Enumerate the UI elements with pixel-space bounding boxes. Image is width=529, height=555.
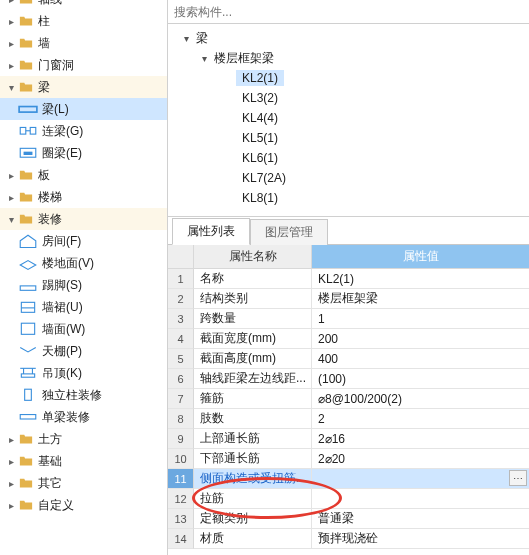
sidebar-item-ring-beam[interactable]: 圈梁(E)	[0, 142, 167, 164]
grid-row[interactable]: 2结构类别楼层框架梁	[168, 289, 529, 309]
sidebar-item-skirting[interactable]: 踢脚(S)	[0, 274, 167, 296]
sidebar-cat-slab[interactable]: ▸ 板	[0, 164, 167, 186]
grid-corner	[168, 245, 194, 269]
property-value[interactable]: 400	[312, 349, 529, 369]
search-box	[168, 0, 529, 24]
property-value[interactable]: 普通梁	[312, 509, 529, 529]
tree-node-group[interactable]: ▾ 楼层框架梁	[168, 48, 529, 68]
tab-layers[interactable]: 图层管理	[250, 219, 328, 245]
property-value[interactable]: 2⌀16	[312, 429, 529, 449]
property-value[interactable]: ⋯	[312, 469, 529, 489]
sidebar-item-room[interactable]: 房间(F)	[0, 230, 167, 252]
sidebar-item-wainscot[interactable]: 墙裙(U)	[0, 296, 167, 318]
sidebar-item-label: 独立柱装修	[42, 387, 102, 404]
component-tree: ▾ 梁 ▾ 楼层框架梁 KL2(1) KL3(2) KL4(4) KL5(1) …	[168, 24, 529, 217]
more-button[interactable]: ⋯	[509, 470, 527, 486]
sidebar-item-beam-finish[interactable]: 单梁装修	[0, 406, 167, 428]
property-name: 轴线距梁左边线距...	[194, 369, 312, 389]
sidebar-item-floor[interactable]: 楼地面(V)	[0, 252, 167, 274]
grid-head-name[interactable]: 属性名称	[194, 245, 312, 269]
sidebar-item-label: 梁(L)	[42, 101, 69, 118]
sidebar-cat-opening[interactable]: ▸ 门窗洞	[0, 54, 167, 76]
property-value[interactable]: 1	[312, 309, 529, 329]
search-input[interactable]	[168, 0, 529, 23]
sidebar-item-label: 房间(F)	[42, 233, 81, 250]
tree-item[interactable]: KL5(1)	[168, 128, 529, 148]
chevron-right-icon: ▸	[4, 478, 18, 489]
row-number: 13	[168, 509, 194, 529]
tree-node-root[interactable]: ▾ 梁	[168, 28, 529, 48]
sidebar-item-label: 单梁装修	[42, 409, 90, 426]
grid-row[interactable]: 12拉筋	[168, 489, 529, 509]
grid-row[interactable]: 10下部通长筋2⌀20	[168, 449, 529, 469]
grid-row[interactable]: 14材质预拌现浇砼	[168, 529, 529, 549]
grid-row[interactable]: 7箍筋⌀8@100/200(2)	[168, 389, 529, 409]
sidebar-item-beam-l[interactable]: 梁(L)	[0, 98, 167, 120]
sidebar-item-label: 墙裙(U)	[42, 299, 83, 316]
grid-row[interactable]: 8肢数2	[168, 409, 529, 429]
property-name: 定额类别	[194, 509, 312, 529]
svg-rect-1	[20, 128, 26, 135]
property-name: 侧面构造或受扭筋...	[194, 469, 312, 489]
property-value[interactable]: 楼层框架梁	[312, 289, 529, 309]
sidebar-item-link-beam[interactable]: 连梁(G)	[0, 120, 167, 142]
tab-properties[interactable]: 属性列表	[172, 218, 250, 245]
room-icon	[18, 232, 38, 250]
property-value[interactable]: 预拌现浇砼	[312, 529, 529, 549]
sidebar-cat-beam[interactable]: ▾ 梁	[0, 76, 167, 98]
tree-item[interactable]: KL2(1)	[168, 68, 529, 88]
property-value[interactable]: 200	[312, 329, 529, 349]
tree-item[interactable]: KL7(2A)	[168, 168, 529, 188]
property-value[interactable]	[312, 489, 529, 509]
sidebar-cat-column[interactable]: ▸ 柱	[0, 10, 167, 32]
folder-icon	[18, 57, 34, 73]
sidebar-cat-axis[interactable]: ▸ 轴线	[0, 0, 167, 10]
tree-item[interactable]: KL3(2)	[168, 88, 529, 108]
sidebar-item-col-finish[interactable]: 独立柱装修	[0, 384, 167, 406]
tree-item[interactable]: KL6(1)	[168, 148, 529, 168]
sidebar-cat-foundation[interactable]: ▸ 基础	[0, 450, 167, 472]
tree-label: 梁	[196, 30, 208, 47]
sidebar-cat-earth[interactable]: ▸ 土方	[0, 428, 167, 450]
property-value[interactable]: 2⌀20	[312, 449, 529, 469]
grid-row[interactable]: 13定额类别普通梁	[168, 509, 529, 529]
grid-row[interactable]: 1名称KL2(1)	[168, 269, 529, 289]
sidebar-cat-stair[interactable]: ▸ 楼梯	[0, 186, 167, 208]
grid-row[interactable]: 9上部通长筋2⌀16	[168, 429, 529, 449]
row-number: 5	[168, 349, 194, 369]
chevron-down-icon: ▾	[4, 214, 18, 225]
property-value[interactable]: (100)	[312, 369, 529, 389]
sidebar-item-susp-ceiling[interactable]: 吊顶(K)	[0, 362, 167, 384]
sidebar-cat-label: 基础	[38, 453, 62, 470]
property-value[interactable]: 2	[312, 409, 529, 429]
property-value[interactable]: KL2(1)	[312, 269, 529, 289]
sidebar-cat-label: 自定义	[38, 497, 74, 514]
chevron-right-icon: ▸	[4, 500, 18, 511]
tree-label: 楼层框架梁	[214, 50, 274, 67]
tree-label: KL7(2A)	[236, 170, 292, 186]
sidebar-cat-wall[interactable]: ▸ 墙	[0, 32, 167, 54]
grid-row[interactable]: 4截面宽度(mm)200	[168, 329, 529, 349]
property-name: 材质	[194, 529, 312, 549]
grid-head-value[interactable]: 属性值	[312, 245, 529, 269]
sidebar-item-label: 圈梁(E)	[42, 145, 82, 162]
grid-row[interactable]: 6轴线距梁左边线距...(100)	[168, 369, 529, 389]
row-number: 9	[168, 429, 194, 449]
property-value[interactable]: ⌀8@100/200(2)	[312, 389, 529, 409]
svg-rect-9	[21, 323, 34, 334]
tree-item[interactable]: KL8(1)	[168, 188, 529, 208]
sidebar-item-wallface[interactable]: 墙面(W)	[0, 318, 167, 340]
sidebar-item-label: 墙面(W)	[42, 321, 85, 338]
tree-item[interactable]: KL4(4)	[168, 108, 529, 128]
sidebar-cat-finish[interactable]: ▾ 装修	[0, 208, 167, 230]
folder-icon	[18, 13, 34, 29]
sidebar-cat-label: 墙	[38, 35, 50, 52]
grid-row[interactable]: 5截面高度(mm)400	[168, 349, 529, 369]
grid-row[interactable]: 3跨数量1	[168, 309, 529, 329]
row-number: 1	[168, 269, 194, 289]
grid-row[interactable]: 11侧面构造或受扭筋...⋯	[168, 469, 529, 489]
sidebar-cat-custom[interactable]: ▸ 自定义	[0, 494, 167, 516]
sidebar-item-ceiling[interactable]: 天棚(P)	[0, 340, 167, 362]
sidebar-cat-other[interactable]: ▸ 其它	[0, 472, 167, 494]
property-name: 箍筋	[194, 389, 312, 409]
